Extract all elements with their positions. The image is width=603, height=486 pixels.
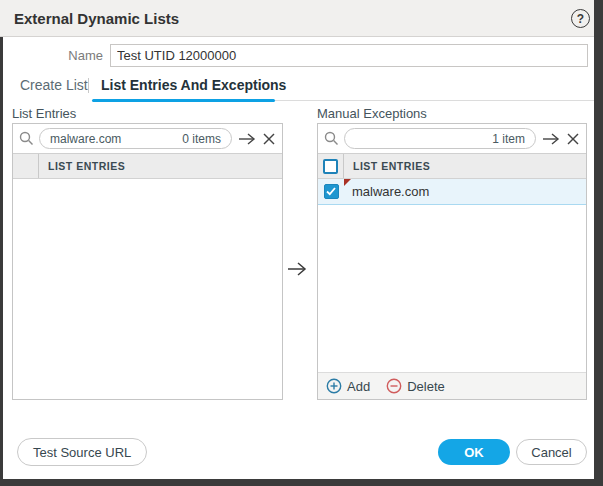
search-icon: [19, 131, 34, 146]
manual-exceptions-panel: 1 item LIST ENTRIES: [317, 123, 587, 400]
tab-create-list[interactable]: Create List: [20, 77, 88, 93]
delete-button[interactable]: Delete: [386, 378, 445, 394]
row-checkbox-cell: [318, 179, 344, 204]
edited-marker: [344, 179, 351, 186]
table-row[interactable]: malware.com: [318, 179, 586, 205]
list-entries-search-row: 0 items: [13, 124, 282, 154]
help-icon[interactable]: ?: [571, 9, 590, 28]
ok-button[interactable]: OK: [438, 439, 510, 465]
add-icon: [326, 378, 342, 394]
manual-exceptions-search-input[interactable]: [355, 132, 492, 146]
manual-exceptions-column-label: LIST ENTRIES: [344, 154, 430, 178]
select-all-checkbox[interactable]: [323, 159, 338, 174]
checkbox-column-header: [318, 154, 344, 178]
checkbox-column-header: [13, 154, 39, 178]
manual-exceptions-search-pill: 1 item: [344, 128, 536, 149]
test-source-url-button[interactable]: Test Source URL: [17, 438, 147, 466]
tab-divider: [88, 78, 89, 93]
delete-button-label: Delete: [407, 379, 445, 394]
list-entries-column-label: LIST ENTRIES: [39, 154, 125, 178]
manual-exceptions-table-header: LIST ENTRIES: [318, 154, 586, 179]
clear-filter-x-icon[interactable]: [262, 132, 276, 146]
manual-exceptions-footer: Add Delete: [318, 372, 586, 399]
row-checkbox-checked[interactable]: [324, 184, 339, 199]
row-value-text: malware.com: [352, 184, 429, 199]
move-to-exceptions-arrow-icon: [285, 260, 309, 282]
screen: External Dynamic Lists ? Name Create Lis…: [0, 0, 603, 486]
name-input[interactable]: [110, 44, 588, 67]
cancel-button[interactable]: Cancel: [516, 439, 587, 465]
manual-exceptions-title: Manual Exceptions: [317, 106, 427, 121]
list-entries-search-input[interactable]: [50, 132, 182, 146]
list-entries-table-header: LIST ENTRIES: [13, 154, 282, 179]
list-entries-search-pill: 0 items: [39, 128, 232, 149]
active-tab-underline: [92, 99, 275, 102]
apply-filter-arrow-icon[interactable]: [541, 132, 561, 146]
manual-exceptions-empty-body: [318, 205, 586, 372]
clear-filter-x-icon[interactable]: [566, 132, 580, 146]
manual-exceptions-count-badge: 1 item: [492, 132, 525, 146]
dialog-titlebar: External Dynamic Lists: [0, 0, 594, 37]
add-button-label: Add: [347, 379, 370, 394]
delete-icon: [386, 378, 402, 394]
name-label: Name: [40, 48, 103, 63]
list-entries-count-badge: 0 items: [182, 132, 221, 146]
list-entries-empty-body: [13, 179, 282, 399]
search-icon: [324, 131, 339, 146]
list-entries-title: List Entries: [12, 106, 76, 121]
apply-filter-arrow-icon[interactable]: [237, 132, 257, 146]
tab-list-entries-and-exceptions[interactable]: List Entries And Exceptions: [101, 77, 286, 93]
list-entries-panel: 0 items LIST ENTRIES: [12, 123, 283, 400]
dialog-title: External Dynamic Lists: [14, 10, 179, 27]
add-button[interactable]: Add: [326, 378, 370, 394]
manual-exceptions-search-row: 1 item: [318, 124, 586, 154]
tabs-rule: [275, 100, 594, 101]
row-value-cell: malware.com: [344, 179, 586, 204]
